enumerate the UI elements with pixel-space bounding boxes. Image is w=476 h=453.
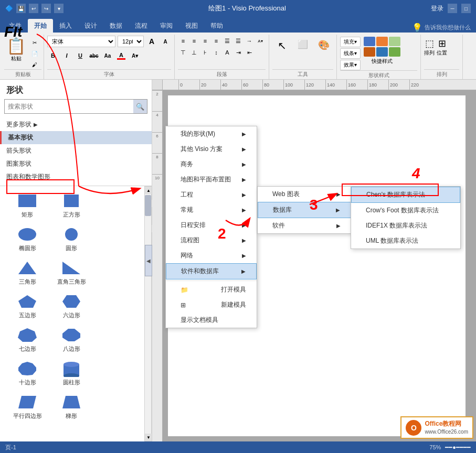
tab-insert[interactable]: 插入 [53, 19, 78, 33]
category-basic[interactable]: 基本形状 [0, 131, 152, 144]
effect-button[interactable]: 效果▾ [340, 60, 361, 70]
submenu1-database[interactable]: 数据库 ▶ [258, 202, 351, 218]
redo-icon[interactable]: ↪ [41, 4, 51, 13]
text-tool-btn[interactable]: 🎨 [314, 38, 333, 52]
pointer-tool-btn[interactable]: ↖ [272, 38, 291, 53]
align-right-btn[interactable]: ≡ [200, 36, 210, 46]
quick-style-5[interactable] [376, 47, 388, 57]
bullet-list-btn[interactable]: ☰ [222, 36, 232, 46]
shape-decagon[interactable]: 十边形 [6, 357, 48, 389]
quick-style-6[interactable] [389, 47, 400, 57]
shape-circle[interactable]: 圆形 [50, 223, 92, 254]
submenu2-crows-foot[interactable]: Crow's Foot 数据库表示法 [351, 203, 460, 218]
tab-home[interactable]: 开始 [28, 19, 53, 33]
connector-tool-btn[interactable]: ⬜ [293, 38, 312, 51]
tab-file[interactable]: 文件 [3, 19, 28, 33]
quick-style-3[interactable] [389, 37, 400, 46]
category-arrows[interactable]: 箭头形状 [0, 144, 152, 157]
shapes-search-input[interactable] [5, 101, 133, 112]
shape-heptagon[interactable]: 七边形 [6, 323, 48, 355]
tab-review[interactable]: 审阅 [154, 19, 179, 33]
cut-button[interactable]: ✂ [29, 38, 40, 47]
shape-cylinder[interactable]: 圆柱形 [50, 357, 92, 389]
justify-btn[interactable]: ≡ [211, 36, 221, 46]
quick-style-2[interactable] [376, 37, 388, 46]
shape-rect[interactable]: 矩形 [6, 189, 48, 221]
menu-my-shapes[interactable]: 我的形状(M) ▶ [166, 126, 257, 142]
underline-button[interactable]: U [75, 50, 86, 61]
submenu2-uml[interactable]: UML 数据库表示法 [351, 233, 460, 249]
menu-other-visio[interactable]: 其他 Visio 方案 ▶ [166, 142, 257, 157]
quick-style-1[interactable] [364, 37, 375, 46]
tab-view[interactable]: 视图 [179, 19, 204, 33]
submenu2-chens[interactable]: Chen's 数据库表示法 [351, 187, 460, 203]
position-btn[interactable]: ⊞ 位置 [437, 38, 447, 57]
minimize-icon[interactable]: ─ [448, 4, 457, 13]
shape-triangle[interactable]: 三角形 [6, 256, 48, 288]
tab-process[interactable]: 流程 [129, 19, 154, 33]
font-color-button[interactable]: A [115, 50, 127, 61]
menu-general[interactable]: 常规 ▶ [166, 202, 257, 218]
fill-button[interactable]: 填充▾ [340, 37, 361, 47]
valign-bot-btn[interactable]: ⊦ [200, 47, 210, 58]
undo-icon[interactable]: ↩ [29, 4, 38, 13]
category-charts[interactable]: 图表和数学图形 [0, 170, 152, 184]
submenu2-idef1x[interactable]: IDEF1X 数据库表示法 [351, 218, 460, 233]
shape-octagon[interactable]: 八边形 [50, 323, 92, 355]
menu-engineering[interactable]: 工程 ▶ [166, 187, 257, 202]
submenu1-software[interactable]: 软件 ▶ [258, 218, 351, 233]
grid-scroll-down[interactable]: ▼ [145, 434, 152, 441]
indent-more-btn[interactable]: ⇥ [233, 47, 244, 58]
menu-software-db[interactable]: 软件和数据库 ▶ [166, 263, 257, 279]
case-button[interactable]: Aa [102, 50, 113, 61]
quick-styles-label[interactable]: 快捷样式 [364, 58, 400, 65]
tab-data[interactable]: 数据 [103, 19, 129, 33]
font-size-down-btn[interactable]: A▾ [255, 36, 266, 46]
shape-trapezoid[interactable]: 梯形 [50, 391, 92, 422]
bold-button[interactable]: B [47, 50, 59, 61]
zoom-slider[interactable]: ━━●━━━━ [445, 444, 471, 451]
menu-business[interactable]: 商务 ▶ [166, 157, 257, 172]
shape-right-triangle[interactable]: 直角三角形 [50, 256, 92, 288]
valign-top-btn[interactable]: ⊤ [178, 47, 188, 58]
highlight-color-button[interactable]: A▾ [129, 50, 141, 61]
menu-schedule[interactable]: 日程安排 ▶ [166, 218, 257, 233]
dropdown-icon[interactable]: ▾ [54, 4, 64, 13]
shapes-search-button[interactable]: 🔍 [133, 100, 147, 113]
font-size-select[interactable]: 12pt [118, 36, 144, 47]
line-spacing-btn[interactable]: ↕ [211, 47, 221, 58]
line-button[interactable]: 线条▾ [340, 48, 361, 59]
shape-pentagon[interactable]: 五边形 [6, 290, 48, 321]
decrease-font-btn[interactable]: A [160, 36, 171, 47]
increase-font-btn[interactable]: A [146, 36, 157, 47]
restore-icon[interactable]: □ [461, 4, 471, 13]
tab-design[interactable]: 设计 [78, 19, 103, 33]
more-shapes-item[interactable]: 更多形状 ▶ [0, 118, 152, 131]
shape-ellipse[interactable]: 椭圆形 [6, 223, 48, 254]
grid-scrollbar[interactable]: ▲ ▼ [144, 186, 152, 441]
numbered-list-btn[interactable]: ☰ [233, 36, 244, 46]
login-btn[interactable]: 登录 [431, 4, 443, 13]
paste-button[interactable]: 📋 粘贴 [4, 36, 28, 63]
grid-scroll-up[interactable]: ▲ [145, 187, 152, 194]
format-painter-button[interactable]: 🖌 [29, 60, 40, 69]
text-dir-btn[interactable]: A [222, 47, 232, 58]
panel-collapse-btn[interactable]: ◀ [145, 245, 152, 276]
menu-network[interactable]: 网络 ▶ [166, 248, 257, 263]
increase-indent-btn[interactable]: → [244, 36, 255, 46]
menu-new-stencil[interactable]: ⊞ 新建模具 [166, 297, 257, 312]
menu-maps[interactable]: 地图和平面布置图 ▶ [166, 172, 257, 187]
shape-hexagon[interactable]: 六边形 [50, 290, 92, 321]
copy-button[interactable]: 📄 [29, 49, 40, 58]
submenu1-web-charts[interactable]: Web 图表 ▶ [258, 187, 351, 202]
italic-button[interactable]: I [61, 50, 72, 61]
valign-mid-btn[interactable]: ⊥ [189, 47, 199, 58]
shape-square[interactable]: 正方形 [50, 189, 92, 221]
quick-style-4[interactable] [364, 47, 375, 57]
indent-less-btn[interactable]: ⇤ [244, 47, 255, 58]
font-family-select[interactable]: 宋体 [47, 36, 115, 47]
tab-help[interactable]: 帮助 [204, 19, 229, 33]
grid-scroll-thumb[interactable] [145, 195, 151, 216]
align-center-btn[interactable]: ≡ [189, 36, 199, 46]
category-patterns[interactable]: 图案形状 [0, 157, 152, 170]
